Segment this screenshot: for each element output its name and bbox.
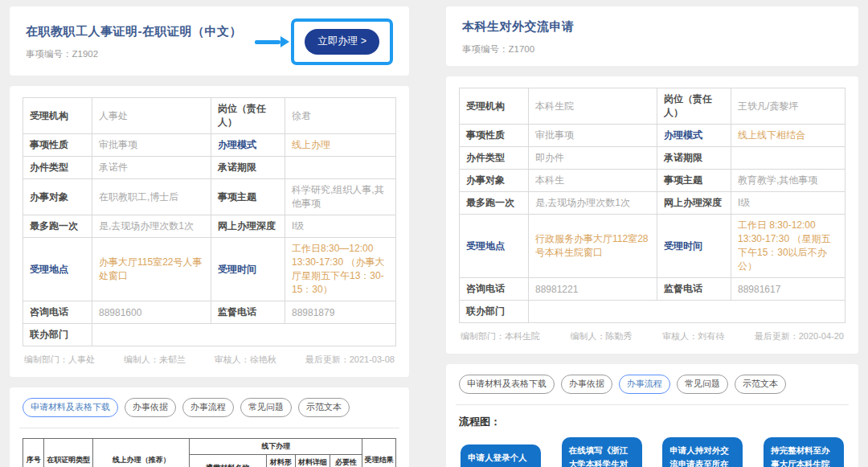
right-item-no-value: Z1700 (509, 44, 535, 54)
info-row: 联办部门 (460, 301, 845, 323)
left-meta-dept: 编制部门：人事处 (24, 354, 95, 366)
info-row: 办事对象在职教职工,博士后事项主题科学研究,组织人事,其他事项 (23, 179, 396, 215)
info-row: 联办部门 (23, 324, 396, 346)
info-value: 王轶凡/龚黎坪 (731, 88, 845, 125)
tab-5[interactable]: 示范文本 (298, 398, 350, 417)
right-tab-bar: 申请材料及表格下载办事依据办事流程常见问题示范文本 (459, 375, 845, 394)
info-label: 受理地点 (460, 215, 529, 278)
right-service-item-no: 事项编号：Z1700 (462, 43, 575, 55)
info-label: 承诺期限 (211, 157, 285, 179)
flow-step-2: 在线填写《浙江大学本科学生对外交流申请表》并打印 (562, 437, 642, 467)
highlight-annotation: 立即办理 > (255, 18, 393, 65)
info-value: 88981879 (285, 301, 396, 324)
tab-3[interactable]: 办事流程 (182, 398, 234, 417)
info-label: 咨询电话 (23, 301, 92, 324)
left-service-heading: 在职教职工人事证明-在职证明（中文） 事项编号：Z1902 (26, 24, 242, 60)
info-value: 徐君 (285, 98, 396, 134)
left-tab-bar: 申请材料及表格下载办事依据办事流程常见问题示范文本 (23, 398, 396, 417)
info-value: 88981600 (92, 301, 211, 324)
info-label: 办理模式 (211, 134, 285, 157)
info-label: 办事对象 (23, 179, 92, 215)
info-value (529, 301, 845, 323)
info-row: 办事对象本科生事项主题教育教学,其他事项 (460, 170, 845, 192)
info-row: 办件类型承诺件承诺期限 (23, 157, 396, 179)
tab-1[interactable]: 申请材料及表格下载 (23, 398, 118, 417)
annotation-highlight-box: 立即办理 > (291, 18, 393, 65)
left-meta-auditor: 审核人：徐艳秋 (215, 354, 276, 366)
tab-4[interactable]: 常见问题 (240, 398, 292, 417)
tab-4[interactable]: 常见问题 (677, 375, 728, 394)
col-material-name: 携带材料名称 (190, 455, 266, 467)
left-tabs-divider (19, 428, 399, 428)
tab-5[interactable]: 示范文本 (735, 375, 786, 394)
col-online: 线上办理（推荐） (93, 439, 190, 467)
left-info-table: 受理机构人事处岗位（责任人）徐君事项性质审批事项办理模式线上办理办件类型承诺件承… (23, 97, 396, 346)
flow-diagram: 申请人登录个人教务系统申请校外交流 在线填写《浙江大学本科学生对外交流申请表》并… (459, 437, 845, 467)
annotation-arrow-head (280, 36, 289, 47)
info-label: 事项性质 (23, 134, 92, 157)
info-label: 岗位（责任人） (211, 98, 285, 134)
left-tabs-card: 申请材料及表格下载办事依据办事流程常见问题示范文本 序号 在职证明类型 线上办理… (10, 387, 409, 467)
flow-step-4: 持完整材料至办事大厅本科生院 28 号窗口递交申请表 (764, 437, 844, 467)
flow-step-1: 申请人登录个人教务系统申请校外交流 (461, 444, 541, 467)
right-meta-maker: 编制人：陈勤秀 (571, 330, 633, 342)
info-row: 受理地点行政服务办事大厅112室28号本科生院窗口受理时间工作日 8:30-12… (460, 215, 845, 278)
info-label: 最多跑一次 (460, 192, 529, 215)
info-value: 本科生院 (529, 88, 657, 125)
info-label: 办件类型 (23, 157, 92, 179)
info-label: 事项主题 (211, 179, 285, 215)
tab-3[interactable]: 办事流程 (619, 375, 670, 394)
info-label: 联办部门 (460, 301, 529, 323)
info-label: 事项主题 (657, 170, 731, 192)
info-value: 工作日8:30—12:00 13:30-17:30 （办事大厅星期五下午13：3… (285, 238, 396, 301)
col-cert-type: 在职证明类型 (44, 439, 93, 467)
right-tabs-card: 申请材料及表格下载办事依据办事流程常见问题示范文本 流程图： 申请人登录个人教务… (446, 364, 858, 467)
left-info-meta: 编制部门：人事处 编制人：来郁兰 审核人：徐艳秋 最后更新：2021-03-08 (23, 346, 396, 372)
info-row: 受理地点办事大厅115室22号人事处窗口受理时间工作日8:30—12:00 13… (23, 238, 396, 301)
info-value: I级 (285, 215, 396, 238)
info-label: 监督电话 (211, 301, 285, 324)
info-label: 监督电话 (657, 278, 731, 301)
info-value: 线上线下相结合 (731, 125, 845, 147)
right-meta-dept: 编制部门：本科生院 (461, 330, 540, 342)
info-label: 受理机构 (23, 98, 92, 134)
info-value: 工作日 8:30-12:00 13:30-17:30 （星期五下午15：30以后… (731, 215, 845, 278)
col-offline-group: 线下办理 (190, 439, 362, 455)
left-service-panel: 在职教职工人事证明-在职证明（中文） 事项编号：Z1902 立即办理 > 受理机… (10, 6, 409, 467)
info-value: 是,去现场办理次数1次 (529, 192, 657, 215)
tab-2[interactable]: 办事依据 (125, 398, 176, 417)
right-tabs-divider (456, 404, 849, 405)
info-value: 88981221 (529, 278, 657, 301)
info-row: 事项性质审批事项办理模式线上线下相结合 (460, 125, 845, 147)
left-service-header-card: 在职教职工人事证明-在职证明（中文） 事项编号：Z1902 立即办理 > (10, 6, 409, 76)
left-item-no-value: Z1902 (72, 49, 99, 59)
right-meta-auditor: 审核人：刘有待 (662, 330, 724, 342)
materials-header-row-1: 序号 在职证明类型 线上办理（推荐） 线下办理 受理结果 (23, 439, 396, 455)
tab-1[interactable]: 申请材料及表格下载 (459, 375, 555, 394)
col-material-req: 材料详细要求 (296, 455, 330, 467)
left-meta-updated: 最后更新：2021-03-08 (305, 354, 395, 366)
materials-table: 序号 在职证明类型 线上办理（推荐） 线下办理 受理结果 携带材料名称 材料形式… (23, 438, 396, 467)
tab-2[interactable]: 办事依据 (561, 375, 612, 394)
info-row: 最多跑一次是,去现场办理次数1次网上办理深度I级 (460, 192, 845, 215)
info-value: 线上办理 (285, 134, 396, 157)
annotation-arrow-shaft (255, 40, 280, 44)
right-service-header-card: 本科生对外交流申请 事项编号：Z1700 (446, 6, 858, 66)
right-info-card: 受理机构本科生院岗位（责任人）王轶凡/龚黎坪事项性质审批事项办理模式线上线下相结… (446, 76, 858, 354)
info-value: 审批事项 (92, 134, 211, 157)
info-label: 最多跑一次 (23, 215, 92, 238)
info-label: 承诺期限 (657, 147, 731, 170)
info-label: 事项性质 (460, 125, 529, 147)
info-label: 联办部门 (23, 324, 92, 346)
apply-now-button[interactable]: 立即办理 > (305, 29, 379, 55)
info-value (92, 324, 396, 346)
info-value: 88981617 (731, 278, 845, 301)
col-necessity: 必要性描述 (330, 455, 362, 467)
right-service-title: 本科生对外交流申请 (462, 19, 575, 35)
info-label: 受理机构 (460, 88, 529, 125)
info-row: 事项性质审批事项办理模式线上办理 (23, 134, 396, 157)
info-row: 咨询电话88981600监督电话88981879 (23, 301, 396, 324)
left-meta-maker: 编制人：来郁兰 (124, 354, 186, 366)
info-label: 网上办理深度 (211, 215, 285, 238)
col-material-form: 材料形式 (266, 455, 296, 467)
